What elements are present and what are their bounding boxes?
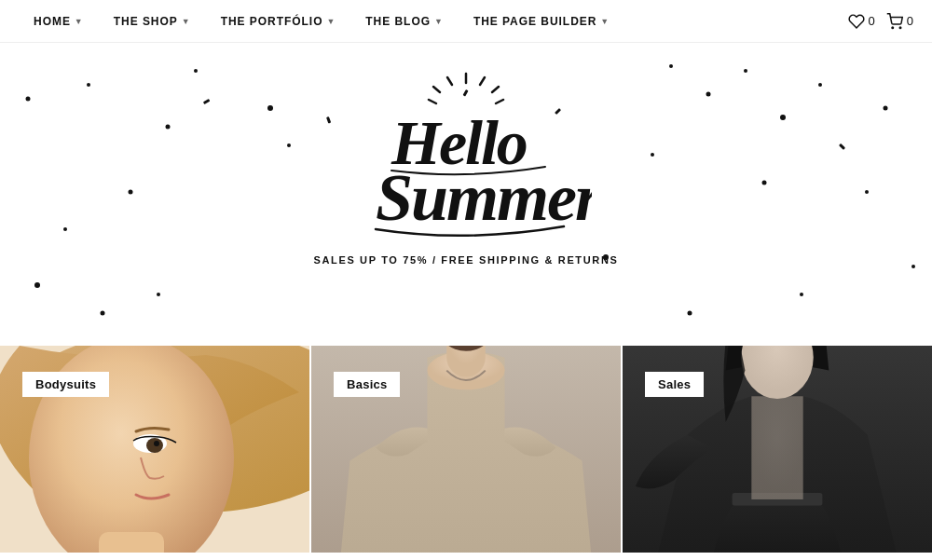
cart-count: 0: [907, 14, 913, 28]
svg-point-6: [267, 105, 273, 111]
nav-item-home[interactable]: HOME ▼: [19, 0, 99, 43]
svg-point-11: [157, 293, 160, 296]
svg-rect-31: [203, 99, 211, 104]
category-label-sales: Sales: [645, 372, 704, 397]
chevron-down-icon: ▼: [75, 17, 84, 26]
hero-subtitle: SALES UP TO 75% / FREE SHIPPING & RETURN…: [313, 254, 618, 266]
wishlist-count: 0: [869, 14, 875, 28]
svg-point-19: [651, 153, 654, 157]
svg-point-18: [884, 106, 888, 111]
cart-button[interactable]: 0: [886, 13, 913, 30]
svg-point-13: [669, 64, 673, 68]
nav-label-the-shop: THE SHOP: [114, 15, 178, 28]
svg-rect-32: [839, 143, 845, 150]
svg-rect-55: [751, 396, 802, 499]
svg-point-16: [780, 115, 786, 120]
wishlist-button[interactable]: 0: [848, 13, 875, 30]
svg-point-12: [101, 311, 105, 316]
svg-point-17: [818, 83, 822, 87]
svg-line-36: [447, 77, 452, 85]
category-card-bodysuits[interactable]: Bodysuits: [0, 346, 311, 553]
svg-point-0: [892, 27, 894, 29]
svg-rect-27: [326, 116, 331, 124]
nav-label-the-portfolio: THE PORTFÓLIO: [221, 15, 323, 28]
chevron-down-icon: ▼: [326, 17, 336, 26]
main-nav: HOME ▼ THE SHOP ▼ THE PORTFÓLIO ▼ THE BL…: [0, 0, 932, 43]
product-grid: Bodysuits: [0, 346, 932, 553]
svg-point-21: [865, 190, 869, 194]
svg-point-25: [911, 265, 915, 268]
category-label-bodysuits: Bodysuits: [22, 372, 109, 397]
category-label-basics: Basics: [334, 372, 400, 397]
svg-point-4: [166, 125, 171, 130]
svg-rect-45: [99, 532, 164, 553]
svg-point-1: [899, 27, 901, 29]
svg-point-3: [87, 83, 90, 87]
svg-point-2: [26, 97, 31, 102]
svg-line-37: [433, 87, 440, 92]
nav-right: 0 0: [848, 13, 913, 30]
nav-item-the-portfolio[interactable]: THE PORTFÓLIO ▼: [206, 0, 351, 43]
nav-item-the-blog[interactable]: THE BLOG ▼: [350, 0, 459, 43]
heart-icon: [848, 13, 865, 30]
svg-point-7: [287, 143, 291, 147]
svg-point-24: [688, 311, 692, 316]
nav-item-the-page-builder[interactable]: THE PAGE BUILDER ▼: [459, 0, 624, 43]
svg-line-39: [429, 100, 436, 103]
nav-label-home: HOME: [34, 15, 71, 28]
category-card-basics[interactable]: Basics: [311, 346, 623, 553]
nav-label-the-page-builder: THE PAGE BUILDER: [473, 15, 596, 28]
svg-point-9: [63, 227, 67, 231]
svg-point-20: [762, 181, 767, 185]
chevron-down-icon: ▼: [182, 17, 191, 26]
svg-text:Summer: Summer: [376, 160, 592, 235]
nav-left: HOME ▼ THE SHOP ▼ THE PORTFÓLIO ▼ THE BL…: [19, 0, 624, 43]
svg-line-35: [492, 87, 499, 92]
category-card-sales[interactable]: Sales: [623, 346, 932, 553]
svg-point-8: [129, 190, 133, 195]
svg-point-5: [194, 69, 198, 73]
chevron-down-icon: ▼: [600, 17, 610, 26]
svg-line-38: [496, 100, 503, 103]
chevron-down-icon: ▼: [434, 17, 444, 26]
hello-summer-logo: Hello Summer: [340, 66, 592, 247]
svg-point-10: [34, 282, 40, 288]
svg-point-15: [744, 69, 747, 73]
nav-label-the-blog: THE BLOG: [365, 15, 431, 28]
nav-item-the-shop[interactable]: THE SHOP ▼: [99, 0, 206, 43]
hero-section: Hello Summer SALES UP TO 75% / FREE SHIP…: [0, 43, 932, 336]
svg-point-14: [706, 92, 711, 97]
svg-point-48: [154, 441, 159, 446]
cart-icon: [886, 13, 903, 30]
svg-point-23: [800, 293, 803, 296]
svg-line-34: [480, 77, 485, 85]
